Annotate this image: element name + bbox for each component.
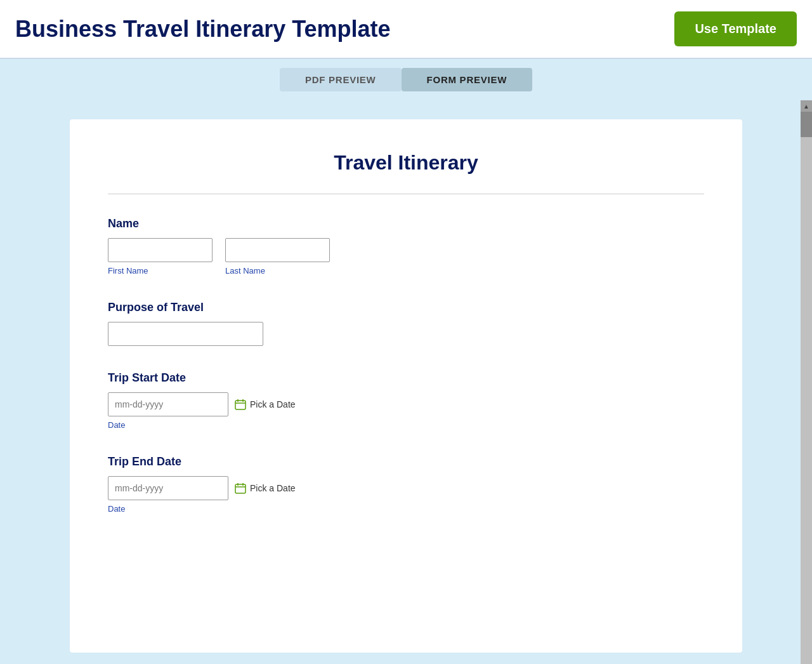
- trip-start-date-sub-label: Date: [108, 420, 704, 430]
- trip-end-date-input[interactable]: [108, 476, 228, 500]
- last-name-input[interactable]: [225, 238, 330, 262]
- tab-pdf-preview[interactable]: PDF PREVIEW: [280, 68, 402, 91]
- form-divider: [108, 194, 704, 194]
- trip-start-date-row: Pick a Date: [108, 392, 704, 416]
- svg-rect-4: [235, 484, 246, 493]
- first-name-input[interactable]: [108, 238, 213, 262]
- field-trip-end-date: Trip End Date Pick a Date Date: [108, 455, 704, 514]
- scrollbar[interactable]: ▲: [801, 100, 812, 664]
- calendar-icon-end: [235, 482, 246, 494]
- name-inputs: First Name Last Name: [108, 238, 704, 276]
- last-name-label: Last Name: [225, 266, 330, 276]
- purpose-of-travel-input[interactable]: [108, 322, 263, 346]
- svg-rect-0: [235, 401, 246, 409]
- page-title: Business Travel Itinerary Template: [15, 16, 391, 43]
- trip-start-date-input[interactable]: [108, 392, 228, 416]
- trip-end-date-sub-label: Date: [108, 504, 704, 514]
- field-trip-end-label: Trip End Date: [108, 455, 704, 468]
- form-card: Travel Itinerary Name First Name Last Na…: [70, 119, 742, 653]
- scrollbar-arrow-up[interactable]: ▲: [801, 100, 812, 112]
- scrollbar-thumb[interactable]: [801, 112, 812, 137]
- field-trip-start-date: Trip Start Date Pick a Date Date: [108, 371, 704, 430]
- calendar-icon: [235, 399, 246, 410]
- tab-bar: PDF PREVIEW FORM PREVIEW: [0, 59, 812, 100]
- last-name-group: Last Name: [225, 238, 330, 276]
- trip-end-date-row: Pick a Date: [108, 476, 704, 500]
- pick-date-end-label: Pick a Date: [250, 483, 296, 493]
- field-purpose-of-travel: Purpose of Travel: [108, 301, 704, 346]
- field-name-label: Name: [108, 217, 704, 230]
- field-name: Name First Name Last Name: [108, 217, 704, 276]
- trip-end-pick-date-button[interactable]: Pick a Date: [235, 482, 296, 494]
- field-trip-start-label: Trip Start Date: [108, 371, 704, 385]
- first-name-group: First Name: [108, 238, 213, 276]
- first-name-label: First Name: [108, 266, 213, 276]
- header: Business Travel Itinerary Template Use T…: [0, 0, 812, 59]
- trip-start-pick-date-button[interactable]: Pick a Date: [235, 399, 296, 410]
- form-title: Travel Itinerary: [108, 151, 704, 175]
- pick-date-label: Pick a Date: [250, 399, 296, 409]
- tab-form-preview[interactable]: FORM PREVIEW: [402, 68, 533, 91]
- main-area: Travel Itinerary Name First Name Last Na…: [0, 100, 812, 664]
- field-purpose-label: Purpose of Travel: [108, 301, 704, 314]
- use-template-button[interactable]: Use Template: [674, 11, 797, 46]
